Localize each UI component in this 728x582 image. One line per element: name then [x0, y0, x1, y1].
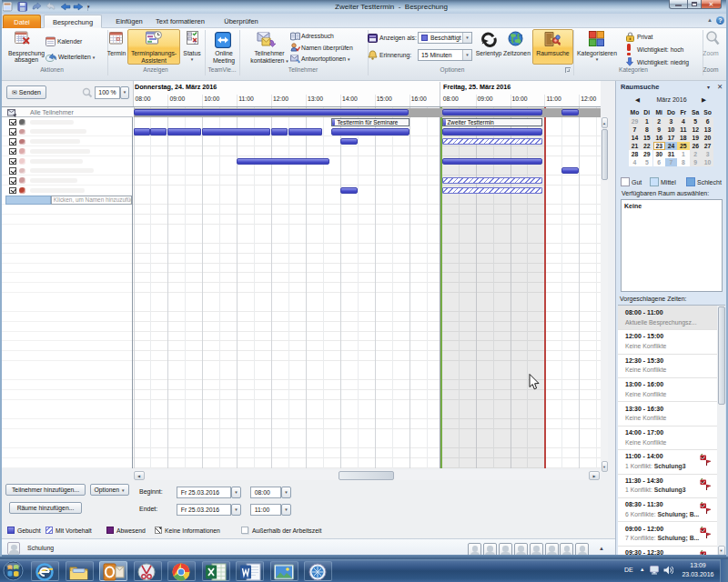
svg-text:?: ? [194, 40, 197, 45]
